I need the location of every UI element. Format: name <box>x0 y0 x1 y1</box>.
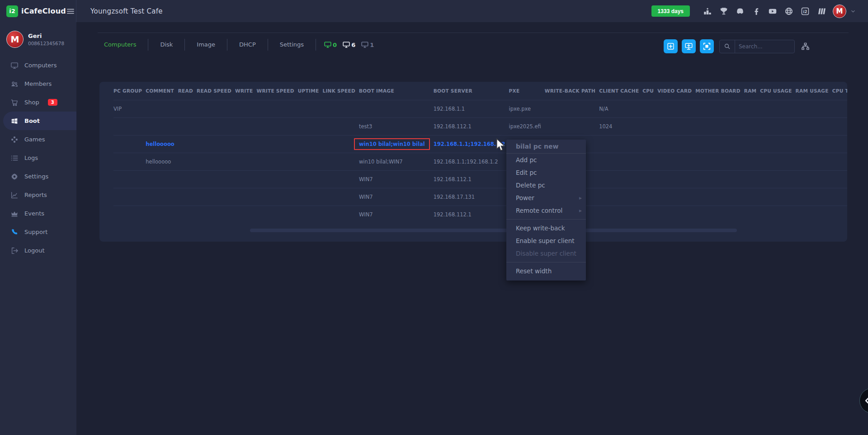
column-header-read[interactable]: READ <box>178 82 197 100</box>
scan-button[interactable] <box>700 39 714 53</box>
tab-computers[interactable]: Computers <box>98 39 148 51</box>
sidebar-item-shop[interactable]: Shop 3 <box>3 93 76 112</box>
cell-write <box>235 100 256 117</box>
column-header-cpu[interactable]: CPU <box>642 82 657 100</box>
add-pc-button[interactable] <box>682 39 696 53</box>
pc-counter-2[interactable]: 1 <box>361 42 374 48</box>
youtube-icon[interactable] <box>768 6 778 16</box>
cell-client_cache: N/A <box>599 100 642 117</box>
column-header-write_speed[interactable]: WRITE SPEED <box>257 82 298 100</box>
user-profile[interactable]: M Geri 008612345678 <box>0 22 76 52</box>
table-row[interactable]: hellooooowin10 bilal;WIN7192.168.1.1;192… <box>113 153 847 170</box>
cell-ram <box>744 170 760 188</box>
icafe-icon[interactable]: i2 <box>800 6 810 16</box>
sidebar-item-logout[interactable]: Logout <box>3 241 76 260</box>
tab-disk[interactable]: Disk <box>148 39 185 51</box>
ranking-icon[interactable] <box>703 6 712 16</box>
avatar[interactable]: M <box>833 5 846 18</box>
column-header-pxe[interactable]: PXE <box>509 82 545 100</box>
table-row[interactable]: WIN7192.168.17.131ipxe.pxe <box>113 188 847 206</box>
menu-item-power[interactable]: Power▸ <box>506 192 586 204</box>
cell-video_card <box>657 153 695 170</box>
column-header-write_back_path[interactable]: WRITE-BACK PATH <box>545 82 599 100</box>
column-header-pc_group[interactable]: PC GROUP <box>113 82 146 100</box>
table-row[interactable]: WIN7192.168.112.1gpxex.pxe <box>113 170 847 188</box>
trophy-icon[interactable] <box>719 6 729 16</box>
hamburger-menu-icon[interactable] <box>66 7 75 16</box>
cell-client_cache <box>599 135 642 153</box>
gear-icon <box>10 173 19 181</box>
cell-link_speed <box>322 188 359 206</box>
horizontal-scrollbar[interactable] <box>250 229 737 232</box>
table-row[interactable]: WIN7192.168.112.1ipxex.pxe <box>113 206 847 223</box>
sidebar-item-settings[interactable]: Settings <box>3 167 76 186</box>
sidebar-item-computers[interactable]: Computers <box>3 56 76 75</box>
cell-cpu <box>642 135 657 153</box>
sidebar-item-games[interactable]: Games <box>3 130 76 149</box>
sidebar-item-reports[interactable]: Reports <box>3 186 76 204</box>
chevron-down-icon[interactable] <box>850 8 856 14</box>
column-header-comment[interactable]: COMMENT <box>146 82 178 100</box>
tab-image[interactable]: Image <box>185 39 227 51</box>
cell-uptime <box>298 100 323 117</box>
column-header-uptime[interactable]: UPTIME <box>298 82 323 100</box>
menu-item-keep-write-back[interactable]: Keep write-back <box>506 222 586 234</box>
column-header-read_speed[interactable]: READ SPEED <box>197 82 235 100</box>
menu-item-remote-control[interactable]: Remote control▸ <box>506 204 586 217</box>
menu-item-reset-width[interactable]: Reset width <box>506 265 586 277</box>
cell-uptime <box>298 135 323 153</box>
search-icon <box>720 40 735 53</box>
facebook-icon[interactable] <box>751 6 761 16</box>
table-row[interactable]: VIP192.168.1.1ipxe.pxeN/A <box>113 100 847 117</box>
list-icon <box>10 154 19 162</box>
cell-cpu_usage <box>760 170 795 188</box>
tab-dhcp[interactable]: DHCP <box>227 39 268 51</box>
license-days-badge[interactable]: 1333 days <box>651 5 690 17</box>
column-header-boot_server[interactable]: BOOT SERVER <box>434 82 509 100</box>
sidebar-item-members[interactable]: Members <box>3 75 76 93</box>
search-input[interactable] <box>735 43 794 50</box>
sidebar-item-events[interactable]: Events <box>3 204 76 223</box>
cell-ram_usage <box>796 135 832 153</box>
table-row[interactable]: test3192.168.112.1ipxe2025.efi1024 <box>113 117 847 135</box>
globe-icon[interactable] <box>784 6 794 16</box>
pc-counter-1[interactable]: 6 <box>343 42 355 48</box>
menu-item-add-pc[interactable]: Add pc <box>506 154 586 166</box>
column-header-client_cache[interactable]: CLIENT CACHE <box>599 82 642 100</box>
menu-item-edit-pc[interactable]: Edit pc <box>506 166 586 179</box>
column-header-boot_image[interactable]: BOOT IMAGE <box>359 82 434 100</box>
cell-client_cache <box>599 153 642 170</box>
tab-settings[interactable]: Settings <box>268 39 316 51</box>
cell-read <box>178 135 197 153</box>
cell-boot_image <box>359 100 434 117</box>
cell-write <box>235 206 256 223</box>
cell-boot_server: 192.168.1.1 <box>434 100 509 117</box>
layers-icon[interactable] <box>816 6 826 16</box>
discord-icon[interactable] <box>735 6 745 16</box>
sidebar-item-support[interactable]: Support <box>3 223 76 241</box>
menu-item-enable-super-client[interactable]: Enable super client <box>506 234 586 247</box>
cart-icon <box>10 98 19 107</box>
column-header-write[interactable]: WRITE <box>235 82 256 100</box>
sidebar-item-logs[interactable]: Logs <box>3 149 76 167</box>
column-header-cpu_temperature[interactable]: CPU TEMPERATURE <box>832 82 847 100</box>
users-icon <box>10 80 19 88</box>
column-header-mother_board[interactable]: MOTHER BOARD <box>695 82 744 100</box>
cell-ram_usage <box>796 188 832 206</box>
cell-link_speed <box>322 135 359 153</box>
column-header-video_card[interactable]: VIDEO CARD <box>657 82 695 100</box>
cell-write_back_path <box>545 117 599 135</box>
column-header-ram_usage[interactable]: RAM USAGE <box>796 82 832 100</box>
pc-counter-0[interactable]: 0 <box>324 42 337 48</box>
column-header-ram[interactable]: RAM <box>744 82 760 100</box>
menu-item-delete-pc[interactable]: Delete pc <box>506 179 586 192</box>
sidebar-item-label: Settings <box>24 173 48 180</box>
highlighted-cell-box: win10 bilal;win10 bilal <box>354 138 430 150</box>
column-header-link_speed[interactable]: LINK SPEED <box>322 82 359 100</box>
table-row[interactable]: hellooooowin10 bilal;win10 bilal192.168.… <box>113 135 847 153</box>
app-logo[interactable]: i2 iCafeCloud <box>6 5 66 17</box>
column-header-cpu_usage[interactable]: CPU USAGE <box>760 82 795 100</box>
sitemap-icon[interactable] <box>801 42 810 51</box>
sidebar-item-boot[interactable]: Boot <box>3 112 76 130</box>
add-square-button[interactable] <box>664 39 678 53</box>
